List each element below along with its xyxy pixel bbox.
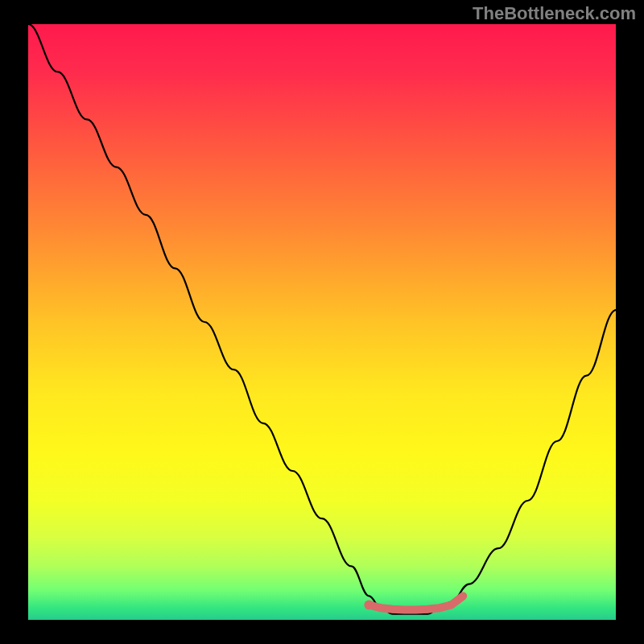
optimal-marker-line <box>369 596 463 609</box>
chart-container: TheBottleneck.com <box>0 0 644 644</box>
watermark-text: TheBottleneck.com <box>473 3 636 24</box>
curve-overlay <box>28 24 616 620</box>
optimal-marker-dot <box>364 601 374 610</box>
bottleneck-curve-line <box>28 24 616 614</box>
plot-area <box>28 24 616 620</box>
